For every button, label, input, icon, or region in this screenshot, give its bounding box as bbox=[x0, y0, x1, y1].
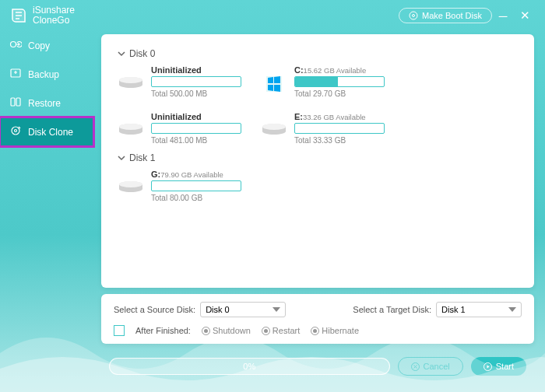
progress-bar: 0% bbox=[109, 358, 390, 375]
radio-label: Hibernate bbox=[322, 326, 359, 335]
source-disk-label: Select a Source Disk: bbox=[114, 305, 195, 314]
cancel-icon bbox=[411, 362, 420, 371]
partition-total: Total 481.00 MB bbox=[151, 136, 241, 145]
chevron-down-icon bbox=[117, 153, 126, 163]
radio-dot-icon bbox=[311, 327, 319, 335]
target-disk-select[interactable]: Disk 1 bbox=[436, 302, 522, 317]
close-button[interactable]: ✕ bbox=[514, 5, 536, 26]
target-disk-label: Select a Target Disk: bbox=[353, 305, 431, 314]
hdd-icon bbox=[117, 75, 145, 93]
sidebar-item-disk-clone[interactable]: Disk Clone bbox=[0, 117, 93, 146]
hdd-icon bbox=[117, 121, 145, 140]
partition[interactable]: C:15.62 GB AvailableTotal 29.70 GB bbox=[260, 65, 385, 98]
cancel-button[interactable]: Cancel bbox=[398, 357, 463, 376]
disk-panel: Disk 0UninitializedTotal 500.00 MBC:15.6… bbox=[101, 34, 534, 288]
after-finished-label: After Finished: bbox=[135, 326, 191, 335]
partition-label: E:33.26 GB Available bbox=[294, 112, 385, 121]
partition-total: Total 500.00 MB bbox=[151, 89, 241, 98]
partition[interactable]: UninitializedTotal 500.00 MB bbox=[117, 65, 241, 98]
svg-point-1 bbox=[412, 15, 414, 17]
disc-icon bbox=[409, 11, 418, 20]
partition[interactable]: G:79.90 GB AvailableTotal 80.00 GB bbox=[117, 170, 241, 202]
chevron-down-icon bbox=[117, 49, 126, 58]
partition[interactable]: E:33.26 GB AvailableTotal 33.33 GB bbox=[260, 112, 385, 145]
radio-shutdown[interactable]: Shutdown bbox=[202, 326, 251, 335]
logo-icon bbox=[9, 6, 28, 25]
disk-header[interactable]: Disk 1 bbox=[117, 152, 519, 163]
svg-rect-4 bbox=[11, 98, 15, 106]
backup-icon bbox=[9, 67, 22, 82]
usage-bar bbox=[294, 76, 385, 87]
svg-point-0 bbox=[410, 12, 417, 19]
radio-hibernate[interactable]: Hibernate bbox=[311, 326, 359, 335]
svg-point-2 bbox=[11, 42, 16, 47]
hdd-icon bbox=[260, 121, 288, 140]
partition-label: C:15.62 GB Available bbox=[294, 65, 385, 75]
partition-total: Total 33.33 GB bbox=[294, 136, 385, 145]
svg-point-12 bbox=[119, 124, 142, 130]
footer-bar: 0% Cancel Start bbox=[101, 348, 534, 384]
sidebar-item-label: Copy bbox=[28, 40, 50, 51]
copy-icon bbox=[9, 38, 22, 53]
title-bar: iSunshareCloneGo Make Boot Disk ─ ✕ bbox=[0, 0, 545, 31]
sidebar-item-label: Disk Clone bbox=[28, 127, 73, 138]
minimize-button[interactable]: ─ bbox=[492, 5, 514, 26]
partition[interactable]: UninitializedTotal 481.00 MB bbox=[117, 112, 241, 145]
sidebar: CopyBackupRestoreDisk Clone bbox=[0, 31, 93, 392]
windows-icon bbox=[260, 75, 288, 93]
radio-dot-icon bbox=[262, 327, 270, 335]
usage-bar bbox=[151, 123, 241, 134]
partition-total: Total 80.00 GB bbox=[151, 194, 241, 202]
source-disk-select[interactable]: Disk 0 bbox=[200, 302, 286, 317]
sidebar-item-copy[interactable]: Copy bbox=[0, 31, 93, 60]
clone-icon bbox=[9, 124, 22, 139]
usage-bar bbox=[151, 76, 241, 87]
svg-point-6 bbox=[12, 127, 19, 135]
radio-dot-icon bbox=[202, 327, 210, 335]
svg-point-7 bbox=[15, 130, 17, 132]
svg-point-9 bbox=[119, 77, 142, 83]
partition-label: G:79.90 GB Available bbox=[151, 170, 241, 179]
usage-bar bbox=[294, 123, 385, 134]
make-boot-disk-button[interactable]: Make Boot Disk bbox=[399, 8, 492, 23]
app-logo: iSunshareCloneGo bbox=[9, 5, 75, 26]
svg-point-16 bbox=[119, 181, 142, 187]
sidebar-item-label: Restore bbox=[28, 98, 61, 109]
sidebar-item-backup[interactable]: Backup bbox=[0, 60, 93, 89]
disk-name: Disk 1 bbox=[129, 152, 155, 163]
hdd-icon bbox=[117, 179, 145, 198]
play-icon bbox=[483, 362, 492, 371]
partition-label: Uninitialized bbox=[151, 112, 241, 121]
after-finished-checkbox[interactable] bbox=[114, 325, 125, 336]
radio-restart[interactable]: Restart bbox=[262, 326, 300, 335]
svg-rect-5 bbox=[16, 98, 20, 106]
sidebar-item-label: Backup bbox=[28, 69, 59, 80]
radio-label: Restart bbox=[272, 326, 300, 335]
usage-bar bbox=[151, 180, 241, 191]
selector-panel: Select a Source Disk: Disk 0 Select a Ta… bbox=[101, 294, 534, 344]
partition-total: Total 29.70 GB bbox=[294, 89, 385, 98]
svg-point-14 bbox=[262, 124, 286, 130]
restore-icon bbox=[9, 96, 22, 110]
disk-header[interactable]: Disk 0 bbox=[117, 48, 519, 59]
partition-label: Uninitialized bbox=[151, 65, 241, 75]
radio-label: Shutdown bbox=[213, 326, 251, 335]
start-button[interactable]: Start bbox=[471, 357, 526, 376]
disk-name: Disk 0 bbox=[129, 48, 155, 59]
sidebar-item-restore[interactable]: Restore bbox=[0, 89, 93, 117]
